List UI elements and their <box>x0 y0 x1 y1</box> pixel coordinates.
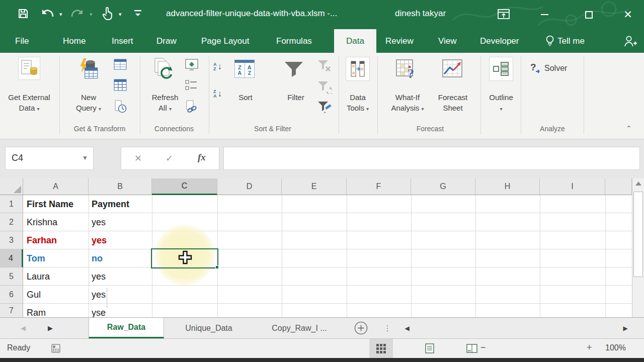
name-box[interactable]: C4 ▼ <box>5 147 94 170</box>
signed-in-user[interactable]: dinesh takyar <box>395 9 446 19</box>
cell-a6[interactable]: Gul <box>27 286 41 304</box>
cell-b4[interactable]: no <box>92 249 103 267</box>
what-if-analysis-button[interactable]: What-If Analysis ▾ <box>387 92 428 114</box>
cell-a3[interactable]: Farhan <box>27 231 57 249</box>
ribbon-display-options-icon[interactable] <box>497 8 510 20</box>
column-header-b[interactable]: B <box>89 178 152 195</box>
minimize-button[interactable] <box>534 0 554 29</box>
page-layout-view-button[interactable] <box>418 339 441 358</box>
row-header-1[interactable]: 1 <box>0 195 23 213</box>
get-external-data-button[interactable]: Get External Data ▾ <box>0 92 58 114</box>
new-query-button[interactable]: New Query ▾ <box>70 92 107 114</box>
zoom-level[interactable]: 100% <box>605 343 626 352</box>
cell-a7[interactable]: Ram <box>27 304 46 317</box>
tab-draw[interactable]: Draw <box>156 29 177 53</box>
row-header-3[interactable]: 3 <box>0 231 23 249</box>
column-header-d[interactable]: D <box>217 178 282 195</box>
tab-page-layout[interactable]: Page Layout <box>201 29 249 53</box>
sort-za-descending-icon[interactable]: ZA↓ <box>213 89 222 99</box>
tab-developer[interactable]: Developer <box>480 29 519 53</box>
maximize-button[interactable] <box>579 0 599 29</box>
tab-tell-me[interactable]: Tell me <box>557 29 585 53</box>
normal-view-button[interactable] <box>369 339 393 358</box>
row-header-4-selected[interactable]: 4 <box>0 249 23 267</box>
cell-area[interactable] <box>23 195 632 317</box>
cell-b1[interactable]: Payment <box>92 195 129 213</box>
collapse-ribbon-icon[interactable]: ⌃ <box>626 124 632 132</box>
filter-icon[interactable] <box>283 61 305 78</box>
column-header-f[interactable]: F <box>347 178 411 195</box>
column-header-c-selected[interactable]: C <box>152 178 217 195</box>
forecast-sheet-button[interactable]: Forecast Sheet <box>435 92 471 113</box>
tab-view[interactable]: View <box>438 29 457 53</box>
recent-sources-icon[interactable] <box>114 100 127 113</box>
refresh-all-icon[interactable] <box>152 57 177 82</box>
sheet-nav-next-icon[interactable]: ▶ <box>44 318 56 338</box>
touch-mode-icon[interactable] <box>102 7 114 21</box>
properties-icon[interactable] <box>185 80 197 91</box>
sheet-tab-copy-raw[interactable]: Copy_Raw_I ... <box>265 318 334 338</box>
data-tools-button[interactable]: Data Tools ▾ <box>340 92 376 114</box>
tab-file[interactable]: File <box>15 29 29 53</box>
cell-b3[interactable]: yes <box>92 231 107 249</box>
edit-links-icon[interactable] <box>185 100 197 113</box>
cell-b6[interactable]: yes <box>92 286 106 304</box>
solver-button[interactable]: Solver <box>544 63 567 73</box>
tab-review[interactable]: Review <box>385 29 414 53</box>
cell-a2[interactable]: Krishna <box>27 213 57 231</box>
name-box-caret-icon[interactable]: ▼ <box>82 154 88 161</box>
outline-button[interactable]: Outline ▾ <box>483 92 519 114</box>
sheet-tab-raw-data[interactable]: Raw_Data <box>89 318 164 338</box>
zoom-in-icon[interactable]: + <box>587 342 592 353</box>
new-query-icon[interactable] <box>76 57 101 81</box>
save-icon[interactable] <box>17 8 29 20</box>
insert-function-icon[interactable]: fx <box>198 152 206 163</box>
close-button[interactable]: ✕ <box>618 0 638 29</box>
zoom-out-icon[interactable]: − <box>480 342 486 353</box>
page-break-preview-button[interactable] <box>460 339 484 358</box>
data-tools-icon[interactable] <box>346 57 370 81</box>
new-sheet-button[interactable] <box>353 318 368 338</box>
refresh-all-button[interactable]: Refresh All ▾ <box>147 92 183 114</box>
tab-home[interactable]: Home <box>63 29 86 53</box>
row-header-7[interactable]: 7 <box>0 304 23 317</box>
row-header-2[interactable]: 2 <box>0 213 23 231</box>
customize-qat-icon[interactable] <box>134 9 142 17</box>
cell-a4[interactable]: Tom <box>27 249 45 267</box>
tell-me-bulb-icon[interactable] <box>545 29 555 53</box>
sheet-tab-unique-data[interactable]: Unique_Data <box>175 318 243 338</box>
advanced-filter-icon[interactable] <box>317 101 332 114</box>
vertical-scrollbar[interactable] <box>632 178 644 317</box>
column-header-partial[interactable] <box>605 178 632 195</box>
scroll-up-icon[interactable] <box>635 182 641 186</box>
show-queries-icon[interactable] <box>114 59 127 70</box>
share-person-icon[interactable] <box>623 29 637 53</box>
column-header-i[interactable]: I <box>540 178 605 195</box>
fill-handle[interactable] <box>215 265 219 269</box>
row-header-5[interactable]: 5 <box>0 267 23 286</box>
column-header-e[interactable]: E <box>282 178 347 195</box>
outline-icon[interactable] <box>489 57 513 81</box>
cell-b2[interactable]: yes <box>92 213 106 231</box>
row-header-6[interactable]: 6 <box>0 286 23 304</box>
touch-mode-dropdown-caret-icon[interactable]: ▾ <box>119 11 122 18</box>
from-table-icon[interactable] <box>114 79 127 91</box>
vertical-scroll-thumb[interactable] <box>633 192 643 277</box>
hscroll-right-icon[interactable]: ▶ <box>621 318 630 338</box>
sort-az-ascending-icon[interactable]: AZ↓ <box>213 62 222 72</box>
undo-icon[interactable] <box>41 9 54 19</box>
undo-dropdown-caret-icon[interactable]: ▾ <box>59 11 62 18</box>
cell-b5[interactable]: yes <box>92 267 106 286</box>
sort-dialog-icon[interactable]: ZAAZ <box>234 60 255 78</box>
sort-button[interactable]: Sort <box>230 92 261 103</box>
sheet-tab-overflow-icon[interactable]: ⋮ <box>383 318 391 338</box>
formula-input[interactable] <box>223 147 640 170</box>
connections-icon[interactable] <box>185 59 198 71</box>
cell-a1[interactable]: First Name <box>27 195 73 213</box>
cell-b7[interactable]: yse <box>92 304 106 317</box>
what-if-analysis-icon[interactable]: ? <box>395 59 417 80</box>
tab-data-active[interactable]: Data <box>334 29 376 53</box>
select-all-corner[interactable] <box>0 178 23 195</box>
get-external-data-icon[interactable] <box>18 57 40 80</box>
cell-a5[interactable]: Laura <box>27 267 50 286</box>
